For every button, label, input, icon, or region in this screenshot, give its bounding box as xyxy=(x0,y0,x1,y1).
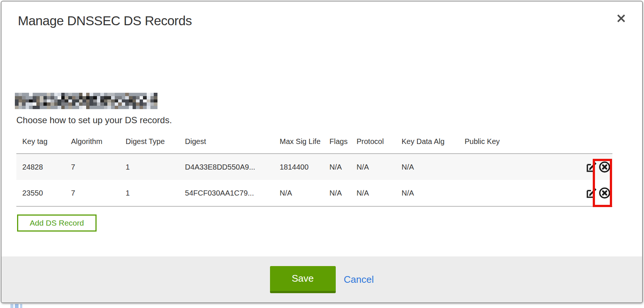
redaction-pixel xyxy=(125,102,129,106)
edit-icon[interactable] xyxy=(585,187,598,199)
redaction-pixel xyxy=(122,106,126,109)
redaction-pixel xyxy=(140,99,143,103)
redaction-pixel xyxy=(133,106,136,109)
redaction-pixel xyxy=(107,106,111,109)
redaction-pixel xyxy=(129,93,133,96)
redaction-pixel xyxy=(51,102,54,106)
redaction-pixel xyxy=(75,106,79,109)
close-icon[interactable] xyxy=(615,12,627,24)
redaction-pixel xyxy=(122,102,126,106)
redaction-pixel xyxy=(40,102,43,106)
redaction-pixel xyxy=(133,99,136,103)
column-header-algorithm: Algorithm xyxy=(65,131,120,154)
redaction-pixel xyxy=(90,96,93,99)
redaction-pixel xyxy=(68,93,72,96)
redaction-pixel xyxy=(29,102,33,106)
redaction-pixel xyxy=(51,106,54,109)
redaction-pixel xyxy=(143,99,147,103)
redaction-pixel xyxy=(111,102,115,106)
redaction-pixel xyxy=(40,106,43,109)
delete-circle-x-icon[interactable] xyxy=(598,187,611,199)
redaction-pixel xyxy=(15,93,19,96)
redaction-pixel xyxy=(97,96,101,99)
redaction-pixel xyxy=(118,102,122,106)
redaction-pixel xyxy=(65,99,68,103)
dialog-footer: Save Cancel xyxy=(1,256,642,302)
redaction-pixel xyxy=(43,106,47,109)
ds-record-row: 23550 7 1 54FCF030AA1C79... N/A N/A N/A … xyxy=(16,180,612,206)
redaction-pixel xyxy=(26,96,29,99)
column-header-flags: Flags xyxy=(323,131,351,154)
redaction-pixel xyxy=(75,96,79,99)
redaction-pixel xyxy=(147,99,150,103)
redaction-pixel xyxy=(26,102,29,106)
redaction-pixel xyxy=(33,93,36,96)
redaction-pixel xyxy=(54,99,58,103)
redaction-pixel xyxy=(33,99,36,103)
redaction-pixel xyxy=(107,96,111,99)
redaction-pixel xyxy=(154,102,157,106)
redaction-pixel xyxy=(86,102,90,106)
save-button[interactable]: Save xyxy=(270,266,336,293)
edit-icon[interactable] xyxy=(585,161,598,173)
redaction-pixel xyxy=(19,93,22,96)
column-header-protocol: Protocol xyxy=(351,131,396,154)
redaction-pixel xyxy=(43,93,47,96)
redaction-pixel xyxy=(75,99,79,103)
cell-key-tag: 24828 xyxy=(16,154,65,180)
redaction-pixel xyxy=(111,96,115,99)
redaction-pixel xyxy=(90,102,93,106)
redaction-pixel xyxy=(118,106,122,109)
redaction-pixel xyxy=(72,96,76,99)
delete-circle-x-icon[interactable] xyxy=(598,161,611,173)
redaction-pixel xyxy=(15,99,19,103)
redaction-pixel xyxy=(72,93,76,96)
column-header-key-tag: Key tag xyxy=(16,131,65,154)
redaction-pixel xyxy=(143,102,147,106)
redaction-pixel xyxy=(68,106,72,109)
redaction-pixel xyxy=(58,99,61,103)
redaction-pixel xyxy=(86,106,90,109)
add-ds-record-button[interactable]: Add DS Record xyxy=(17,214,97,232)
redaction-pixel xyxy=(40,93,43,96)
redaction-pixel xyxy=(93,106,97,109)
redaction-pixel xyxy=(122,96,126,99)
redaction-pixel xyxy=(72,106,76,109)
redaction-pixel xyxy=(90,106,93,109)
redaction-pixel xyxy=(82,106,86,109)
cell-actions xyxy=(550,180,612,206)
redaction-pixel xyxy=(40,96,43,99)
redaction-pixel xyxy=(104,102,108,106)
redaction-pixel xyxy=(65,102,68,106)
redaction-pixel xyxy=(140,96,143,99)
cancel-link[interactable]: Cancel xyxy=(344,274,374,285)
redaction-pixel xyxy=(136,106,140,109)
redaction-pixel xyxy=(150,96,154,99)
redaction-pixel xyxy=(115,96,118,99)
redaction-pixel xyxy=(136,96,140,99)
cell-digest-type: 1 xyxy=(120,180,179,206)
redaction-pixel xyxy=(72,102,76,106)
redaction-pixel xyxy=(58,106,61,109)
redaction-pixel xyxy=(47,93,51,96)
redaction-pixel xyxy=(143,93,147,96)
redaction-pixel xyxy=(47,96,51,99)
redaction-pixel xyxy=(29,93,33,96)
redaction-pixel xyxy=(104,99,108,103)
redaction-pixel xyxy=(82,93,86,96)
redaction-pixel xyxy=(86,96,90,99)
redaction-pixel xyxy=(150,106,154,109)
redaction-pixel xyxy=(97,93,101,96)
redaction-pixel xyxy=(107,93,111,96)
redaction-pixel xyxy=(79,96,83,99)
redaction-pixel xyxy=(129,106,133,109)
redaction-pixel xyxy=(97,99,101,103)
redaction-pixel xyxy=(129,96,133,99)
redaction-pixel xyxy=(82,96,86,99)
redaction-pixel xyxy=(147,106,150,109)
redaction-pixel xyxy=(115,99,118,103)
redaction-pixel xyxy=(129,102,133,106)
redaction-pixel xyxy=(19,96,22,99)
redaction-pixel xyxy=(93,96,97,99)
redaction-pixel xyxy=(65,93,68,96)
